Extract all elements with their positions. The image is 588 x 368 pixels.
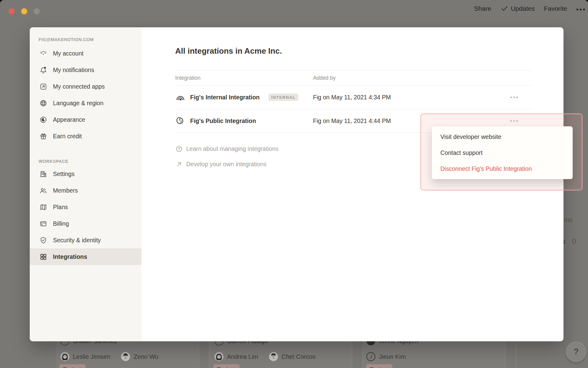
sidebar-item-label: Earn credit: [53, 133, 82, 140]
settings-sidebar: FIG@MAKENOTION.COM My account My notific…: [30, 27, 141, 341]
sidebar-item-my-account[interactable]: My account: [30, 45, 141, 62]
avatar-man: [121, 352, 130, 362]
sidebar-item-appearance[interactable]: Appearance: [30, 111, 141, 128]
task-tag[interactable]: Task: [59, 364, 85, 368]
more-options-icon[interactable]: [576, 7, 585, 10]
close-button[interactable]: [9, 8, 15, 14]
internal-badge: INTERNAL: [269, 94, 298, 101]
sidebar-item-label: My account: [53, 50, 84, 57]
board-person-row[interactable]: J Jieun Kim: [366, 352, 406, 362]
external-link-icon: [39, 82, 48, 91]
arrow-up-right-icon: [175, 160, 183, 168]
globe-icon: [39, 98, 48, 108]
bell-icon: [39, 65, 48, 75]
person-name: Jieun Kim: [379, 353, 406, 360]
updates-button[interactable]: Updates: [500, 5, 535, 13]
sidebar-item-label: Settings: [53, 171, 74, 178]
sidebar-item-label: Language & region: [53, 100, 104, 107]
row-more-options-icon[interactable]: [510, 97, 518, 98]
moon-icon: [39, 115, 48, 124]
sidebar-item-earn-credit[interactable]: Earn credit: [30, 128, 141, 144]
added-by-value: Fig on May 11, 2021 4:34 PM: [313, 94, 391, 101]
window-controls: [9, 8, 40, 14]
help-circle-icon: [175, 145, 183, 153]
people-icon: [39, 186, 48, 195]
sidebar-item-members[interactable]: Members: [30, 182, 141, 199]
task-tag[interactable]: Task: [213, 364, 239, 368]
building-icon: [39, 169, 48, 178]
gift-icon: [39, 132, 48, 141]
sidebar-item-label: Security & identity: [53, 237, 101, 244]
avatar-woman: [60, 352, 70, 362]
task-tag[interactable]: Task: [366, 364, 392, 368]
rainbow-doodle-icon: [175, 92, 186, 102]
menu-item-contact-support[interactable]: Contact support: [432, 145, 573, 161]
cut-text-fragment: 0: [572, 237, 576, 246]
column-header-integration: Integration: [175, 75, 201, 81]
person-name: Zeno Wu: [134, 353, 158, 360]
sidebar-item-my-connected-apps[interactable]: My connected apps: [30, 78, 141, 95]
share-label: Share: [474, 5, 491, 12]
zoom-button[interactable]: [34, 8, 40, 14]
avatar-letter-j: J: [366, 352, 376, 362]
svg-text:J: J: [370, 354, 372, 359]
link-label: Learn about managing integrations: [186, 145, 278, 152]
menu-item-visit-developer-website[interactable]: Visit developer website: [432, 129, 573, 145]
link-label: Develop your own integrations: [186, 161, 266, 168]
person-name: Leslie Jensen: [73, 353, 110, 360]
integration-context-menu: Visit developer website Contact support …: [432, 126, 573, 179]
sidebar-item-settings[interactable]: Settings: [30, 166, 141, 182]
map-icon: [39, 202, 48, 212]
account-email: FIG@MAKENOTION.COM: [39, 37, 141, 42]
menu-item-disconnect-integration[interactable]: Disconnect Fig's Public Integration: [432, 161, 573, 177]
cut-text-fragment: nns: [562, 216, 573, 224]
page-title: All integrations in Acme Inc.: [175, 46, 564, 57]
added-by-value: Fig on May 11, 2021 4:44 PM: [313, 117, 391, 125]
board-person-row[interactable]: Andrea Lim Chet Corcos: [214, 352, 315, 362]
person-name: Chet Corcos: [281, 353, 315, 360]
tag-label: Task: [370, 366, 382, 368]
screenshot-root: Shawn Sanchez Garrett Fidalgo Jenne Nguy…: [0, 0, 588, 368]
board-person-row[interactable]: Leslie Jensen Zeno Wu: [60, 352, 158, 362]
table-header: Integration Added by: [175, 70, 532, 86]
updates-label: Updates: [511, 5, 535, 12]
user-avatar: [39, 49, 48, 58]
avatar-man: [269, 352, 278, 362]
column-header-added-by: Added by: [313, 75, 336, 81]
workspace-section-label: WORKSPACE: [39, 159, 141, 164]
sidebar-item-label: My connected apps: [53, 83, 105, 90]
sidebar-item-label: Integrations: [53, 253, 87, 260]
brain-doodle-icon: [175, 116, 186, 126]
share-button[interactable]: Share: [474, 5, 491, 12]
integration-name: Fig's Internal Integration: [190, 94, 260, 101]
sidebar-item-label: Billing: [53, 220, 69, 227]
sidebar-item-language-region[interactable]: Language & region: [30, 95, 141, 111]
app-window: Shawn Sanchez Garrett Fidalgo Jenne Nguy…: [0, 0, 588, 368]
sidebar-item-my-notifications[interactable]: My notifications: [30, 62, 141, 78]
check-icon: [500, 5, 508, 13]
help-label: ?: [574, 347, 578, 357]
sidebar-item-label: Members: [53, 187, 78, 194]
shield-check-icon: [39, 236, 48, 245]
topbar-actions: Share Updates Favorite: [474, 5, 585, 13]
tag-label: Task: [63, 366, 75, 368]
tag-label: Task: [217, 366, 229, 368]
sidebar-item-integrations[interactable]: Integrations: [30, 248, 141, 265]
person-name: Andrea Lim: [227, 353, 258, 360]
sidebar-item-billing[interactable]: Billing: [30, 215, 141, 232]
favorite-button[interactable]: Favorite: [544, 5, 567, 12]
sidebar-item-label: Plans: [53, 204, 68, 211]
sidebar-item-plans[interactable]: Plans: [30, 199, 141, 215]
minimize-button[interactable]: [21, 8, 27, 14]
sidebar-item-label: Appearance: [53, 116, 85, 123]
integration-name: Fig's Public Integration: [190, 117, 256, 125]
credit-card-icon: [39, 219, 48, 228]
sidebar-item-label: My notifications: [53, 67, 94, 74]
avatar-woman: [214, 352, 224, 362]
help-button[interactable]: ?: [566, 342, 586, 362]
grid-icon: [39, 252, 48, 261]
favorite-label: Favorite: [544, 5, 567, 12]
sidebar-item-security-identity[interactable]: Security & identity: [30, 232, 141, 248]
table-row: Fig's Internal Integration INTERNAL Fig …: [175, 86, 532, 109]
